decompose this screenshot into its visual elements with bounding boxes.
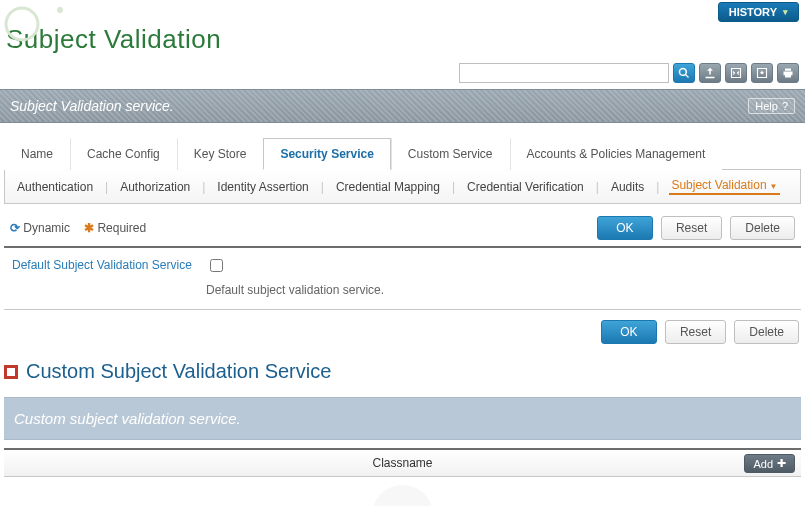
subtab-authorization[interactable]: Authorization	[118, 180, 192, 194]
table-header: Classname Add ✚	[4, 448, 801, 477]
column-classname: Classname	[372, 456, 432, 470]
xml-import-button[interactable]	[751, 63, 773, 83]
plus-icon: ✚	[777, 457, 786, 470]
legend-dynamic: Dynamic	[23, 221, 70, 235]
export-button[interactable]	[699, 63, 721, 83]
tab-name[interactable]: Name	[4, 138, 70, 170]
dropdown-icon: ▼	[770, 182, 778, 191]
default-service-row: Default Subject Validation Service Defau…	[4, 248, 801, 310]
subtab-credential-mapping[interactable]: Credential Mapping	[334, 180, 442, 194]
dynamic-icon: ⟳	[10, 221, 20, 235]
custom-section-title: Custom Subject Validation Service	[4, 356, 801, 391]
xml-icon	[730, 67, 742, 79]
help-label: Help	[755, 100, 778, 112]
add-button[interactable]: Add ✚	[744, 454, 795, 473]
ok-button-2[interactable]: OK	[601, 320, 657, 344]
tab-accounts-policies[interactable]: Accounts & Policies Management	[510, 138, 723, 170]
history-label: HISTORY	[729, 6, 777, 18]
subtab-identity-assertion[interactable]: Identity Assertion	[215, 180, 310, 194]
subtab-authentication[interactable]: Authentication	[15, 180, 95, 194]
tab-cache-config[interactable]: Cache Config	[70, 138, 177, 170]
reset-button[interactable]: Reset	[661, 216, 722, 240]
xml-down-icon	[756, 67, 768, 79]
history-button[interactable]: HISTORY ▾	[718, 2, 799, 22]
subtab-label: Subject Validation	[671, 178, 766, 192]
custom-section-band: Custom subject validation service.	[4, 397, 801, 440]
secondary-tabs: Authentication| Authorization| Identity …	[5, 170, 800, 203]
tab-security-service[interactable]: Security Service	[263, 138, 390, 170]
subtab-credential-verification[interactable]: Credential Verification	[465, 180, 586, 194]
add-label: Add	[753, 458, 773, 470]
search-icon	[678, 67, 690, 79]
legend-required: Required	[97, 221, 146, 235]
tab-key-store[interactable]: Key Store	[177, 138, 264, 170]
empty-results: There are no results.	[4, 477, 801, 506]
chevron-down-icon: ▾	[783, 7, 788, 17]
default-service-description: Default subject validation service.	[206, 283, 797, 297]
ok-button[interactable]: OK	[597, 216, 653, 240]
primary-tabs: Name Cache Config Key Store Security Ser…	[4, 137, 801, 170]
search-button[interactable]	[673, 63, 695, 83]
default-service-checkbox[interactable]	[210, 259, 223, 272]
required-icon: ✱	[84, 221, 94, 235]
search-input[interactable]	[459, 63, 669, 83]
xml-export-button[interactable]	[725, 63, 747, 83]
subtab-audits[interactable]: Audits	[609, 180, 646, 194]
section-header-bar: Subject Validation service. Help ?	[0, 89, 805, 123]
delete-button[interactable]: Delete	[730, 216, 795, 240]
default-service-label: Default Subject Validation Service	[8, 256, 198, 272]
print-button[interactable]	[777, 63, 799, 83]
section-header-label: Subject Validation service.	[10, 98, 174, 114]
reset-button-2[interactable]: Reset	[665, 320, 726, 344]
tab-custom-service[interactable]: Custom Service	[391, 138, 510, 170]
help-icon: ?	[782, 100, 788, 112]
section-marker-icon	[4, 365, 18, 379]
delete-button-2[interactable]: Delete	[734, 320, 799, 344]
print-icon	[782, 67, 794, 79]
legend: ⟳ Dynamic ✱ Required	[10, 221, 146, 235]
export-icon	[704, 67, 716, 79]
help-button[interactable]: Help ?	[748, 98, 795, 114]
custom-section-title-text: Custom Subject Validation Service	[26, 360, 331, 383]
page-title: Subject Validation	[6, 24, 805, 55]
subtab-subject-validation[interactable]: Subject Validation▼	[669, 178, 779, 195]
